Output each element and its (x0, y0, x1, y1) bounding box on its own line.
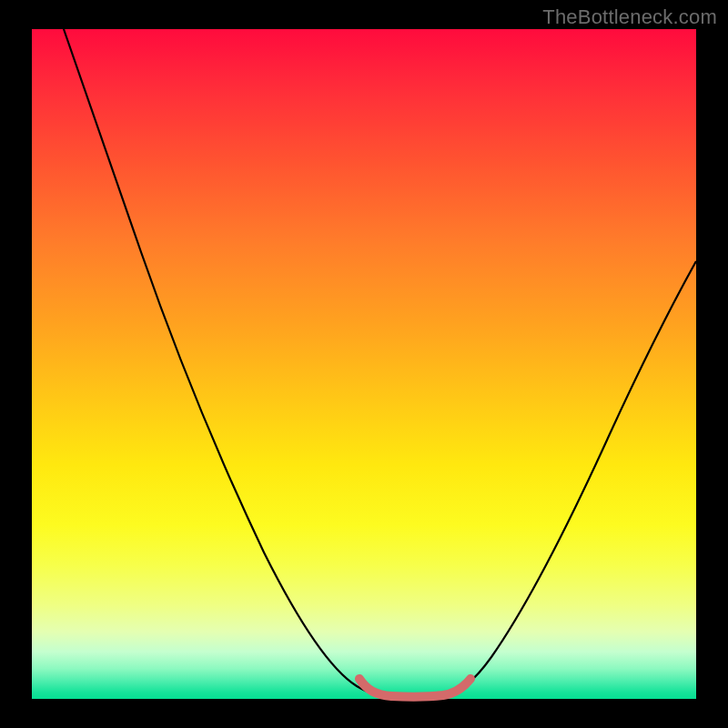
chart-frame: TheBottleneck.com (0, 0, 728, 728)
curve-layer (32, 29, 696, 699)
highlight-segment (359, 679, 470, 697)
watermark-text: TheBottleneck.com (542, 5, 717, 29)
bottleneck-curve (64, 29, 696, 698)
plot-area (32, 29, 696, 699)
